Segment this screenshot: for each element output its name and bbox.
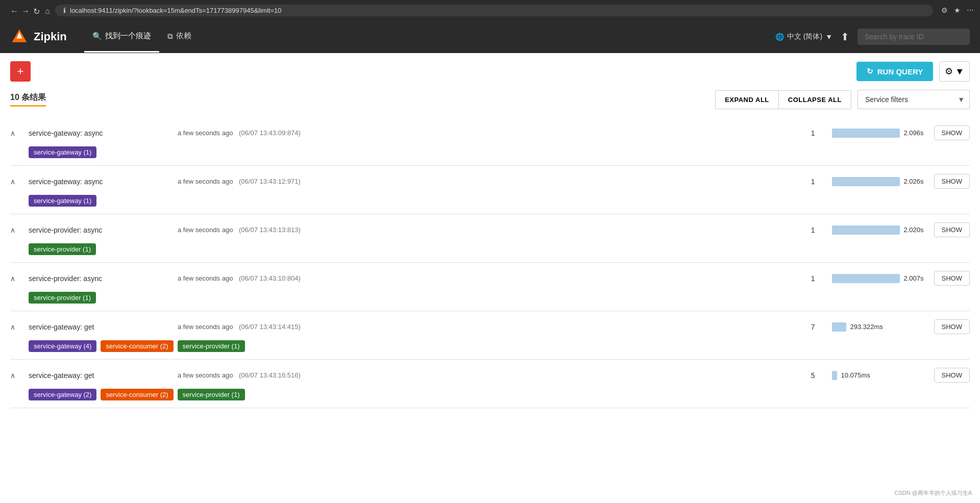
service-tags: service-provider (1) — [10, 240, 970, 257]
results-header: 10 条结果 EXPAND ALL COLLAPSE ALL Service f… — [10, 90, 970, 109]
deps-icon: ⧉ — [167, 32, 173, 41]
language-selector[interactable]: 🌐 中文 (简体) ▼ — [775, 32, 832, 41]
main-content: + ↻ RUN QUERY ⚙ ▼ 10 条结果 EXPAND ALL COLL… — [0, 53, 980, 503]
url-bar[interactable]: ℹ localhost:9411/zipkin/?lookback=15m&en… — [55, 5, 933, 16]
browser-ext-2[interactable]: ★ — [954, 6, 961, 14]
service-tag[interactable]: service-consumer (2) — [101, 389, 173, 400]
trace-bar — [832, 371, 837, 380]
trace-bar — [832, 177, 900, 186]
collapse-icon[interactable]: ∧ — [10, 323, 22, 331]
trace-time-absolute: (06/07 13:43:13:813) — [239, 226, 301, 234]
service-tag[interactable]: service-gateway (1) — [29, 146, 96, 158]
trace-time: a few seconds ago (06/07 13:43:09:874) — [178, 129, 794, 137]
trace-name: service-provider: async — [29, 226, 172, 234]
trace-duration: 2.007s — [904, 274, 924, 282]
service-tag[interactable]: service-provider (1) — [178, 389, 245, 400]
show-trace-button[interactable]: SHOW — [934, 319, 970, 334]
trace-row: ∧ service-gateway: get a few seconds ago… — [10, 365, 970, 386]
collapse-icon[interactable]: ∧ — [10, 129, 22, 137]
trace-spans: 1 — [800, 129, 826, 137]
add-filter-button[interactable]: + — [10, 61, 31, 82]
trace-name: service-gateway: get — [29, 323, 172, 331]
show-trace-button[interactable]: SHOW — [934, 174, 970, 189]
lang-dropdown-icon: ▼ — [825, 33, 832, 41]
trace-bar — [832, 225, 900, 235]
watermark: CSDN @两年半的个人练习生A — [891, 488, 975, 498]
trace-duration: 293.322ms — [850, 323, 883, 331]
nav-back-button[interactable]: ← — [10, 7, 17, 14]
service-tag[interactable]: service-provider (1) — [178, 340, 245, 352]
trace-time-relative: a few seconds ago — [178, 178, 233, 185]
trace-bar-container: 293.322ms — [832, 322, 924, 332]
collapse-icon[interactable]: ∧ — [10, 178, 22, 186]
nav-home-button[interactable]: ⌂ — [44, 7, 51, 14]
logo: Zipkin — [10, 28, 67, 46]
trace-spans: 1 — [800, 178, 826, 186]
trace-spans: 1 — [800, 274, 826, 283]
expand-all-button[interactable]: EXPAND ALL — [716, 91, 779, 109]
trace-time-absolute: (06/07 13:43:14:415) — [239, 323, 301, 331]
trace-time-relative: a few seconds ago — [178, 129, 233, 137]
trace-item: ∧ service-provider: async a few seconds … — [10, 263, 970, 311]
show-trace-button[interactable]: SHOW — [934, 222, 970, 237]
trace-time-relative: a few seconds ago — [178, 226, 233, 234]
settings-button[interactable]: ⚙ ▼ — [939, 61, 970, 82]
collapse-icon[interactable]: ∧ — [10, 226, 22, 234]
trace-duration: 2.096s — [904, 129, 924, 137]
nav-find-trace-tab[interactable]: 🔍 找到一个痕迹 — [84, 21, 159, 53]
search-trace-input[interactable] — [857, 29, 970, 45]
browser-ext-1[interactable]: ⚙ — [941, 6, 948, 14]
collapse-icon[interactable]: ∧ — [10, 274, 22, 283]
trace-time-absolute: (06/07 13:43:16:516) — [239, 371, 301, 379]
trace-time-absolute: (06/07 13:43:12:971) — [239, 178, 301, 185]
main-nav: 🔍 找到一个痕迹 ⧉ 依赖 — [84, 21, 200, 53]
collapse-all-button[interactable]: COLLAPSE ALL — [779, 91, 851, 109]
trace-bar-container: 2.026s — [832, 177, 924, 186]
service-filter-wrapper: Service filters ▼ — [857, 90, 970, 109]
chevron-down-icon: ▼ — [955, 66, 964, 77]
run-query-button[interactable]: ↻ RUN QUERY — [856, 62, 933, 81]
run-query-icon: ↻ — [867, 67, 873, 76]
trace-time: a few seconds ago (06/07 13:43:12:971) — [178, 178, 794, 185]
trace-spans: 1 — [800, 226, 826, 234]
trace-duration: 2.020s — [904, 226, 924, 234]
show-trace-button[interactable]: SHOW — [934, 271, 970, 286]
trace-bar — [832, 274, 900, 283]
show-trace-button[interactable]: SHOW — [934, 368, 970, 383]
trace-item: ∧ service-gateway: async a few seconds a… — [10, 166, 970, 214]
service-tag[interactable]: service-gateway (1) — [29, 195, 96, 207]
expand-collapse-controls: EXPAND ALL COLLAPSE ALL — [715, 90, 851, 109]
trace-name: service-gateway: async — [29, 129, 172, 137]
trace-row: ∧ service-provider: async a few seconds … — [10, 268, 970, 289]
trace-time-absolute: (06/07 13:43:09:874) — [239, 129, 301, 137]
service-tag[interactable]: service-gateway (2) — [29, 389, 96, 400]
trace-item: ∧ service-gateway: get a few seconds ago… — [10, 360, 970, 408]
service-tag[interactable]: service-gateway (4) — [29, 340, 96, 352]
trace-time: a few seconds ago (06/07 13:43:14:415) — [178, 323, 794, 331]
trace-row: ∧ service-provider: async a few seconds … — [10, 219, 970, 240]
service-tag[interactable]: service-provider (1) — [29, 292, 96, 304]
browser-nav-buttons[interactable]: ← → ↻ ⌂ — [10, 7, 51, 14]
trace-time: a few seconds ago (06/07 13:43:16:516) — [178, 371, 794, 379]
browser-chrome: ← → ↻ ⌂ ℹ localhost:9411/zipkin/?lookbac… — [0, 0, 980, 20]
nav-deps-tab[interactable]: ⧉ 依赖 — [159, 21, 200, 53]
trace-item: ∧ service-provider: async a few seconds … — [10, 214, 970, 263]
show-trace-button[interactable]: SHOW — [934, 125, 970, 140]
trace-item: ∧ service-gateway: get a few seconds ago… — [10, 311, 970, 360]
browser-action-buttons: ⚙ ★ ⋯ — [941, 6, 974, 14]
trace-time-relative: a few seconds ago — [178, 274, 233, 282]
collapse-icon[interactable]: ∧ — [10, 371, 22, 380]
zipkin-logo-icon — [10, 28, 29, 46]
service-tag[interactable]: service-consumer (2) — [101, 340, 173, 352]
nav-forward-button[interactable]: → — [21, 7, 29, 14]
browser-menu[interactable]: ⋯ — [967, 6, 974, 14]
service-filter-select[interactable]: Service filters — [857, 90, 970, 109]
service-tag[interactable]: service-provider (1) — [29, 243, 96, 255]
upload-button[interactable]: ⬆ — [841, 31, 849, 43]
app-title: Zipkin — [34, 30, 67, 43]
nav-refresh-button[interactable]: ↻ — [33, 7, 40, 14]
trace-time: a few seconds ago (06/07 13:43:10:804) — [178, 274, 794, 282]
trace-bar-container: 10.075ms — [832, 371, 924, 380]
trace-name: service-gateway: get — [29, 371, 172, 380]
trace-bar-container: 2.096s — [832, 129, 924, 138]
